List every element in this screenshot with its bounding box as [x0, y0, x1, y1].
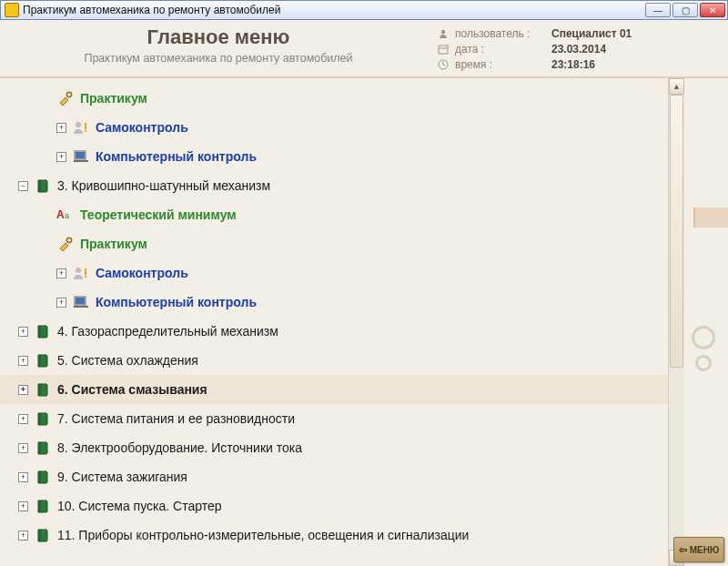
side-tab[interactable]	[693, 207, 728, 227]
expand-icon[interactable]: +	[18, 443, 28, 453]
book-icon	[34, 177, 52, 194]
user-icon	[437, 27, 450, 40]
expand-icon[interactable]: +	[56, 268, 66, 278]
wrench-icon	[56, 236, 75, 252]
clock-icon	[437, 58, 450, 71]
nav-circle-small[interactable]	[695, 355, 712, 371]
tree-section-3[interactable]: − 3. Кривошипно-шатунный механизм	[0, 171, 668, 200]
book-icon	[34, 323, 52, 339]
page-subtitle: Практикум автомеханика по ремонту автомо…	[0, 52, 437, 65]
minimize-button[interactable]: —	[645, 3, 671, 17]
tree-section-7[interactable]: + 7. Система питания и ее разновидности	[0, 404, 668, 433]
window-buttons: — ▢ ✕	[645, 3, 725, 17]
svg-rect-19	[74, 306, 88, 308]
expand-icon[interactable]: +	[18, 531, 28, 541]
expand-icon[interactable]: +	[18, 385, 28, 395]
wrench-icon	[56, 90, 75, 106]
expand-icon[interactable]: +	[18, 327, 28, 337]
tree-item-label: 8. Электрооборудование. Источники тока	[57, 440, 302, 455]
expand-icon[interactable]: +	[56, 123, 66, 133]
svg-rect-6	[85, 123, 86, 129]
tree-item-label: Практикум	[80, 91, 147, 106]
header-info: пользователь : Специалист 01 дата : 23.0…	[437, 20, 728, 76]
aa-icon: Aa	[56, 207, 75, 223]
tree-section-4[interactable]: + 4. Газораспределительный механизм	[0, 317, 668, 346]
svg-rect-16	[85, 268, 86, 275]
svg-rect-1	[439, 45, 448, 54]
expand-icon[interactable]: +	[18, 472, 28, 482]
tree-section-6[interactable]: + 6. Система смазывания	[0, 375, 668, 404]
person-alert-icon	[72, 265, 90, 281]
tree-section-10[interactable]: + 10. Система пуска. Стартер	[0, 491, 668, 521]
main-area: Практикум + Самоконтроль + Компьютерный …	[0, 78, 728, 566]
tree-item-label: 9. Система зажигания	[57, 470, 187, 484]
tree-item-label: Самоконтроль	[96, 266, 188, 280]
app-icon	[5, 3, 19, 17]
time-label: время :	[455, 58, 551, 71]
svg-rect-7	[85, 130, 86, 132]
svg-rect-17	[85, 276, 86, 278]
nav-circles	[692, 326, 723, 377]
book-icon	[34, 381, 52, 398]
tree-item-praktikum[interactable]: Практикум	[0, 84, 668, 113]
scroll-up-button[interactable]: ▲	[669, 78, 684, 95]
scroll-thumb[interactable]	[670, 95, 683, 368]
tree-section-5[interactable]: + 5. Система охлаждения	[0, 346, 668, 375]
tree-item-label: 7. Система питания и ее разновидности	[57, 411, 295, 426]
expand-icon[interactable]: +	[56, 152, 66, 162]
collapse-icon[interactable]: −	[18, 181, 28, 191]
svg-point-4	[66, 92, 71, 96]
book-icon	[34, 440, 52, 456]
tree-item-theory[interactable]: Aa Теоретический минимум	[0, 200, 668, 229]
tree-item-computer-control[interactable]: + Компьютерный контроль	[0, 288, 668, 317]
app-header: Главное меню Практикум автомеханика по р…	[0, 20, 728, 78]
expand-icon[interactable]: +	[18, 356, 28, 366]
close-button[interactable]: ✕	[700, 3, 725, 17]
calendar-icon	[437, 43, 450, 56]
svg-point-14	[66, 238, 71, 242]
tree-section-8[interactable]: + 8. Электрооборудование. Источники тока	[0, 433, 668, 462]
tree-item-label: Теоретический минимум	[80, 207, 237, 222]
person-alert-icon	[72, 119, 90, 136]
svg-point-15	[76, 268, 81, 273]
tree-item-label: 3. Кривошипно-шатунный механизм	[57, 178, 270, 193]
vertical-scrollbar[interactable]: ▲ ▼	[668, 78, 684, 566]
computer-icon	[72, 148, 90, 165]
menu-button-label: МЕНЮ	[690, 545, 720, 555]
book-icon	[34, 498, 52, 514]
computer-icon	[72, 294, 90, 310]
expand-icon[interactable]: +	[18, 414, 28, 424]
scroll-track[interactable]	[669, 95, 684, 550]
tree-item-selfcontrol[interactable]: + Самоконтроль	[0, 113, 668, 142]
svg-rect-20	[76, 298, 85, 304]
date-value: 23.03.2014	[551, 43, 606, 56]
tree-section-11[interactable]: + 11. Приборы контрольно-измерительные, …	[0, 521, 668, 550]
nav-circle[interactable]	[692, 326, 715, 349]
svg-point-5	[76, 122, 81, 127]
tree-item-label: 6. Система смазывания	[57, 382, 207, 397]
tree-item-label: Практикум	[80, 237, 147, 251]
book-icon	[34, 527, 52, 543]
tree-item-selfcontrol[interactable]: + Самоконтроль	[0, 258, 668, 288]
expand-icon[interactable]: +	[56, 298, 66, 308]
tree-item-label: Компьютерный контроль	[96, 295, 257, 309]
tree-item-label: 5. Система охлаждения	[57, 353, 198, 368]
menu-button[interactable]: ⇦ МЕНЮ	[673, 537, 724, 562]
tree-item-computer-control[interactable]: + Компьютерный контроль	[0, 142, 668, 171]
window-titlebar: Практикум автомеханика по ремонту автомо…	[0, 0, 728, 20]
book-icon	[34, 352, 52, 369]
tree-item-label: Самоконтроль	[96, 120, 188, 135]
tree-section-9[interactable]: + 9. Система зажигания	[0, 462, 668, 491]
tree-item-label: 11. Приборы контрольно-измерительные, ос…	[57, 528, 469, 542]
date-label: дата :	[455, 43, 551, 56]
expand-icon[interactable]: +	[18, 501, 28, 511]
header-title-block: Главное меню Практикум автомеханика по р…	[0, 20, 437, 76]
svg-text:A: A	[56, 208, 65, 221]
maximize-button[interactable]: ▢	[672, 3, 698, 17]
svg-rect-10	[76, 152, 85, 158]
svg-point-0	[441, 30, 445, 34]
tree-item-label: 4. Газораспределительный механизм	[57, 324, 278, 339]
tree-item-praktikum[interactable]: Практикум	[0, 229, 668, 258]
user-value: Специалист 01	[551, 27, 632, 40]
tree: Практикум + Самоконтроль + Компьютерный …	[0, 78, 668, 566]
